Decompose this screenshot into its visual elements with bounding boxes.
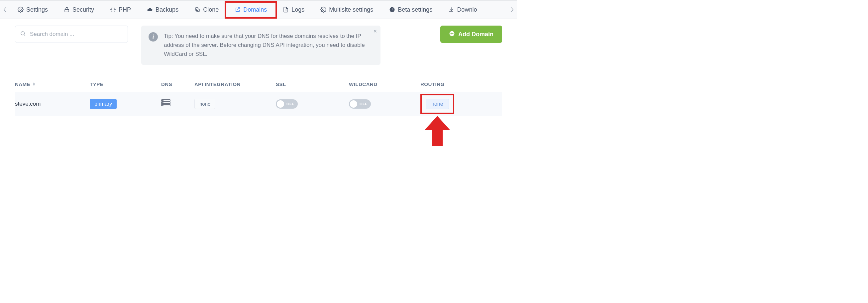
ssl-toggle[interactable]: OFF <box>276 99 298 109</box>
svg-line-19 <box>24 35 25 35</box>
tab-multisite-settings[interactable]: Multisite settings <box>312 1 381 19</box>
annotation-highlight-routing: none <box>421 94 454 114</box>
wildcard-toggle[interactable]: OFF <box>349 99 371 109</box>
tab-beta-settings[interactable]: Beta settings <box>381 1 440 19</box>
column-header-api: API INTEGRATION <box>194 82 276 87</box>
svg-rect-17 <box>392 11 393 11</box>
wildcard-toggle-label: OFF <box>360 102 368 106</box>
tip-text: Tip: You need to make sure that your DNS… <box>164 32 373 59</box>
nav-scroll-left[interactable] <box>0 1 10 19</box>
add-domain-label: Add Domain <box>458 31 494 38</box>
download-icon <box>448 7 454 12</box>
svg-rect-22 <box>451 33 454 34</box>
cell-name: steve.com <box>15 101 90 107</box>
routing-button[interactable]: none <box>426 99 449 109</box>
svg-rect-16 <box>392 8 393 10</box>
table-header: NAME ▲▼ TYPE DNS API INTEGRATION SSL WIL… <box>15 82 502 92</box>
search-input-wrap[interactable] <box>15 26 128 43</box>
tab-label: Downlo <box>457 6 477 13</box>
svg-line-5 <box>114 11 115 11</box>
svg-line-9 <box>114 8 115 9</box>
tip-close-button[interactable]: ✕ <box>373 28 377 35</box>
tab-label: Backups <box>156 6 179 13</box>
column-header-label: NAME <box>15 82 30 87</box>
file-text-icon <box>283 7 289 12</box>
loader-icon <box>110 7 116 12</box>
tab-backups[interactable]: Backups <box>139 1 186 19</box>
info-icon: i <box>149 32 158 41</box>
search-input[interactable] <box>29 31 123 38</box>
tab-clone[interactable]: Clone <box>186 1 227 19</box>
svg-line-4 <box>111 8 112 9</box>
nav-scroll-right[interactable] <box>507 1 517 19</box>
tab-label: Security <box>72 6 94 13</box>
ssl-toggle-label: OFF <box>286 102 294 106</box>
tab-domains[interactable]: Domains <box>227 1 275 19</box>
svg-point-0 <box>20 9 22 11</box>
column-header-dns: DNS <box>161 82 194 87</box>
svg-point-14 <box>323 9 324 11</box>
copy-icon <box>194 7 200 12</box>
tab-logs[interactable]: Logs <box>275 1 312 19</box>
external-link-icon <box>235 7 241 12</box>
column-header-wildcard: WILDCARD <box>349 82 421 87</box>
dns-icon[interactable] <box>161 99 194 108</box>
tab-security[interactable]: Security <box>56 1 102 19</box>
tab-label: Multisite settings <box>329 6 373 13</box>
tip-banner: i Tip: You need to make sure that your D… <box>141 26 380 65</box>
tab-label: Domains <box>243 6 267 13</box>
column-header-routing: ROUTING <box>421 82 487 87</box>
tab-settings[interactable]: Settings <box>10 1 56 19</box>
sort-icon: ▲▼ <box>32 82 36 86</box>
svg-point-28 <box>162 105 163 105</box>
annotation-arrow-up-icon <box>424 116 451 146</box>
svg-rect-1 <box>65 9 69 12</box>
add-domain-button[interactable]: Add Domain <box>440 26 502 43</box>
gear-icon <box>18 7 24 12</box>
domains-table: NAME ▲▼ TYPE DNS API INTEGRATION SSL WIL… <box>15 82 502 116</box>
lock-icon <box>64 7 70 12</box>
search-icon <box>20 31 26 38</box>
tab-label: Settings <box>26 6 48 13</box>
svg-point-24 <box>162 100 163 101</box>
alert-icon <box>389 7 395 12</box>
gear-icon <box>320 7 326 12</box>
tab-label: Beta settings <box>398 6 432 13</box>
top-nav: Settings Security PHP Backups <box>0 0 517 19</box>
tab-label: Logs <box>291 6 304 13</box>
domain-type-badge: primary <box>90 99 117 109</box>
plus-circle-icon <box>449 31 455 38</box>
table-row: steve.com primary none <box>15 92 502 116</box>
cloud-icon <box>147 7 153 12</box>
api-integration-value[interactable]: none <box>194 99 215 109</box>
svg-point-26 <box>162 103 163 103</box>
column-header-ssl: SSL <box>276 82 349 87</box>
tab-label: PHP <box>119 6 131 13</box>
tab-php[interactable]: PHP <box>102 1 139 19</box>
svg-line-8 <box>111 11 112 11</box>
column-header-name[interactable]: NAME ▲▼ <box>15 82 90 87</box>
tab-download[interactable]: Downlo <box>440 1 485 19</box>
tab-label: Clone <box>203 6 219 13</box>
column-header-type: TYPE <box>90 82 161 87</box>
svg-point-18 <box>21 32 25 35</box>
